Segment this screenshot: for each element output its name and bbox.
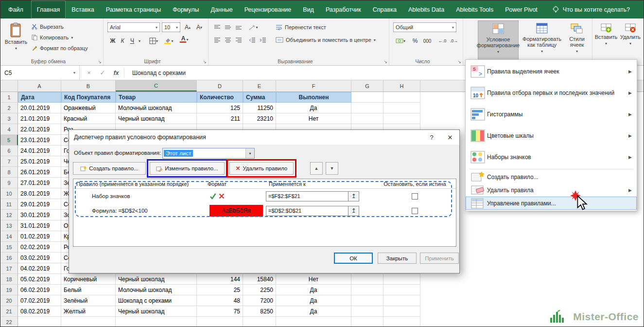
row-header-12[interactable]: 12	[0, 210, 18, 220]
accounting-format-button[interactable]: ▾	[393, 36, 408, 46]
row-header-10[interactable]: 10	[0, 188, 18, 199]
wrap-text-button[interactable]: Перенести текст	[276, 22, 326, 32]
clipboard-dialog-launcher[interactable]: ↘	[98, 59, 102, 64]
cell-A3[interactable]: 21.01.2019	[18, 113, 61, 124]
cell-H21[interactable]	[383, 306, 420, 317]
menu-item-3[interactable]: Гистограммы▶	[466, 104, 637, 125]
cell-A7[interactable]: 25.01.2019	[18, 156, 61, 167]
row-header-3[interactable]: 3	[0, 113, 18, 124]
menu-item-1[interactable]: S>Правила выделения ячеек▶	[466, 61, 637, 82]
italic-button[interactable]: К	[118, 36, 127, 46]
cell-D21[interactable]: 75	[197, 306, 243, 317]
row-header-2[interactable]: 2	[0, 103, 18, 113]
number-format-select[interactable]: Общий ▾	[393, 22, 456, 32]
column-header-D[interactable]: D	[197, 80, 243, 91]
tab-Данные[interactable]: Данные	[205, 0, 239, 18]
align-center-icon[interactable]	[223, 35, 233, 45]
row-header-4[interactable]: 4	[0, 124, 18, 135]
column-header-F[interactable]: F	[276, 80, 351, 91]
tab-Вставка[interactable]: Вставка	[66, 0, 100, 18]
row-header-11[interactable]: 11	[0, 199, 18, 210]
underline-button[interactable]: Ч	[128, 36, 137, 46]
align-right-icon[interactable]	[234, 35, 244, 45]
insert-cells-button[interactable]: Вставить ▾	[594, 20, 618, 61]
decrease-decimal-icon[interactable]: .0→	[449, 36, 459, 46]
move-rule-down-icon[interactable]: ▼	[326, 162, 338, 175]
row-header-1[interactable]: 1	[0, 92, 18, 103]
orientation-icon[interactable]: ▾	[247, 22, 259, 32]
tab-Power Pivot[interactable]: Power Pivot	[499, 0, 543, 18]
align-bottom-icon[interactable]	[234, 22, 244, 32]
row-header-9[interactable]: 9	[0, 178, 18, 188]
cell-A4[interactable]: 22.01.2019	[18, 124, 61, 135]
cell-A14[interactable]: 01.02.2019	[18, 231, 61, 242]
bold-button[interactable]: Ж	[108, 36, 117, 46]
conditional-formatting-button[interactable]: Условное форматирование ▾	[478, 20, 519, 61]
name-box[interactable]: C5 ▾	[0, 66, 80, 80]
column-header-A[interactable]: A	[18, 80, 61, 91]
row-header-7[interactable]: 7	[0, 156, 18, 167]
cell-C22[interactable]	[116, 317, 197, 327]
cell-C19[interactable]: Молочный шоколад	[116, 285, 197, 295]
number-dialog-launcher[interactable]: ↘	[457, 59, 461, 64]
alignment-dialog-launcher[interactable]: ↘	[383, 59, 387, 64]
cell-A16[interactable]: 03.02.2019	[18, 253, 61, 263]
cell-C2[interactable]: Молочный шоколад	[116, 103, 197, 113]
cell-F20[interactable]: Да	[276, 295, 351, 306]
row-header-18[interactable]: 18	[0, 274, 18, 285]
cell-D22[interactable]	[197, 317, 243, 327]
cell-E20[interactable]: 7200	[243, 295, 276, 306]
row-header-16[interactable]: 16	[0, 253, 18, 263]
merge-center-button[interactable]: Объединить и поместить в центре ▾	[276, 35, 376, 45]
cell-E2[interactable]: 11250	[243, 103, 276, 113]
cell-A11[interactable]: 29.01.2019	[18, 199, 61, 210]
cell-G21[interactable]	[351, 306, 383, 317]
column-header-H[interactable]: H	[383, 80, 420, 91]
move-rule-up-icon[interactable]: ▲	[310, 162, 323, 175]
cell-E19[interactable]: 2250	[243, 285, 276, 295]
tab-Рецензирование[interactable]: Рецензирование	[239, 0, 297, 18]
font-family-select[interactable]: Arial ▾	[107, 22, 160, 32]
cell-B18[interactable]: Коричневый	[61, 274, 116, 285]
row-header-14[interactable]: 14	[0, 231, 18, 242]
format-painter-button[interactable]: Формат по образцу	[32, 43, 88, 53]
cell-E3[interactable]: 23210	[243, 113, 276, 124]
cell-E18[interactable]: 15840	[243, 274, 276, 285]
scope-select[interactable]: Этот лист ▾	[162, 148, 255, 159]
tab-Вид[interactable]: Вид	[297, 0, 320, 18]
cell-D18[interactable]: 144	[197, 274, 243, 285]
cell-A12[interactable]: 30.01.2019	[18, 210, 61, 220]
cell-D1[interactable]: Количество	[197, 92, 243, 103]
cell-C3[interactable]: Черный шоколад	[116, 113, 197, 124]
increase-font-icon[interactable]: А▴	[182, 22, 193, 32]
tab-Главная[interactable]: Главная	[31, 0, 66, 18]
delete-cells-button[interactable]: Удалить ▾	[619, 20, 642, 61]
help-icon[interactable]: ?	[422, 130, 441, 145]
new-rule-button[interactable]: Создать правило...	[73, 162, 146, 175]
cell-B19[interactable]: Белый	[61, 285, 116, 295]
menu-item-6[interactable]: Создать правило...	[466, 170, 637, 183]
cell-G3[interactable]	[351, 113, 383, 124]
cell-H22[interactable]	[383, 317, 420, 327]
row-header-21[interactable]: 21	[0, 306, 18, 317]
row-header-19[interactable]: 19	[0, 285, 18, 295]
cell-A2[interactable]: 20.01.2019	[18, 103, 61, 113]
cell-B3[interactable]: Красный	[61, 113, 116, 124]
cancel-icon[interactable]: ×	[82, 66, 96, 80]
cell-D19[interactable]: 25	[197, 285, 243, 295]
cell-G1[interactable]	[351, 92, 383, 103]
align-middle-icon[interactable]	[223, 22, 233, 32]
row-header-13[interactable]: 13	[0, 220, 18, 231]
percent-style-button[interactable]: %	[411, 36, 419, 46]
cell-H2[interactable]	[383, 103, 420, 113]
row-header-17[interactable]: 17	[0, 263, 18, 274]
decrease-indent-icon[interactable]	[247, 35, 257, 45]
cell-E21[interactable]: 8250	[243, 306, 276, 317]
cell-H20[interactable]	[383, 295, 420, 306]
row-header-20[interactable]: 20	[0, 295, 18, 306]
font-size-select[interactable]: 10 ▾	[162, 22, 180, 32]
close-icon[interactable]: ✕	[441, 130, 459, 145]
column-header-G[interactable]: G	[351, 80, 383, 91]
cell-A1[interactable]: Дата	[18, 92, 61, 103]
cell-B2[interactable]: Оранжевый	[61, 103, 116, 113]
